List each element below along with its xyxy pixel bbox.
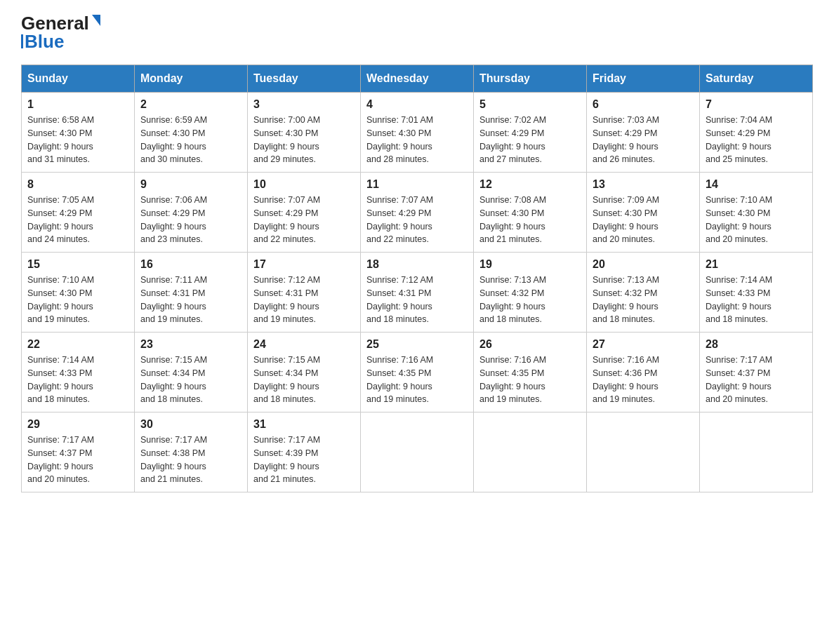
day-number: 14 bbox=[706, 178, 807, 191]
day-info: Sunrise: 7:02 AM Sunset: 4:29 PM Dayligh… bbox=[479, 114, 581, 166]
calendar-cell: 12 Sunrise: 7:08 AM Sunset: 4:30 PM Dayl… bbox=[474, 173, 587, 253]
day-number: 3 bbox=[253, 98, 355, 111]
day-info: Sunrise: 7:14 AM Sunset: 4:33 PM Dayligh… bbox=[706, 274, 807, 326]
day-info: Sunrise: 7:06 AM Sunset: 4:29 PM Dayligh… bbox=[140, 194, 241, 246]
calendar-cell: 4 Sunrise: 7:01 AM Sunset: 4:30 PM Dayli… bbox=[361, 93, 474, 173]
calendar-cell bbox=[700, 412, 813, 492]
day-number: 20 bbox=[593, 258, 694, 271]
calendar-cell: 25 Sunrise: 7:16 AM Sunset: 4:35 PM Dayl… bbox=[361, 333, 474, 412]
calendar-cell: 13 Sunrise: 7:09 AM Sunset: 4:30 PM Dayl… bbox=[587, 173, 700, 253]
calendar-cell: 1 Sunrise: 6:58 AM Sunset: 4:30 PM Dayli… bbox=[22, 93, 135, 173]
day-number: 21 bbox=[706, 258, 807, 271]
calendar-cell: 31 Sunrise: 7:17 AM Sunset: 4:39 PM Dayl… bbox=[248, 412, 361, 492]
day-number: 16 bbox=[140, 258, 241, 271]
day-info: Sunrise: 7:17 AM Sunset: 4:37 PM Dayligh… bbox=[706, 354, 807, 406]
day-info: Sunrise: 7:17 AM Sunset: 4:38 PM Dayligh… bbox=[140, 434, 241, 486]
calendar-cell: 5 Sunrise: 7:02 AM Sunset: 4:29 PM Dayli… bbox=[474, 93, 587, 173]
calendar-cell: 23 Sunrise: 7:15 AM Sunset: 4:34 PM Dayl… bbox=[135, 333, 248, 412]
day-number: 30 bbox=[140, 418, 241, 431]
day-info: Sunrise: 7:16 AM Sunset: 4:35 PM Dayligh… bbox=[479, 354, 581, 406]
day-number: 12 bbox=[479, 178, 581, 191]
day-number: 19 bbox=[479, 258, 581, 271]
day-number: 6 bbox=[593, 98, 694, 111]
day-info: Sunrise: 7:15 AM Sunset: 4:34 PM Dayligh… bbox=[140, 354, 241, 406]
day-number: 2 bbox=[140, 98, 241, 111]
day-number: 9 bbox=[140, 178, 241, 191]
calendar-cell: 14 Sunrise: 7:10 AM Sunset: 4:30 PM Dayl… bbox=[700, 173, 813, 253]
day-info: Sunrise: 7:03 AM Sunset: 4:29 PM Dayligh… bbox=[593, 114, 694, 166]
calendar-table: SundayMondayTuesdayWednesdayThursdayFrid… bbox=[21, 65, 813, 492]
calendar-cell: 7 Sunrise: 7:04 AM Sunset: 4:29 PM Dayli… bbox=[700, 93, 813, 173]
calendar-cell: 29 Sunrise: 7:17 AM Sunset: 4:37 PM Dayl… bbox=[22, 412, 135, 492]
day-info: Sunrise: 7:07 AM Sunset: 4:29 PM Dayligh… bbox=[253, 194, 355, 246]
day-number: 26 bbox=[479, 338, 581, 351]
calendar-cell: 30 Sunrise: 7:17 AM Sunset: 4:38 PM Dayl… bbox=[135, 412, 248, 492]
day-number: 8 bbox=[27, 178, 128, 191]
day-info: Sunrise: 7:08 AM Sunset: 4:30 PM Dayligh… bbox=[479, 194, 581, 246]
page-header: General Blue bbox=[21, 14, 813, 51]
col-header-thursday: Thursday bbox=[474, 65, 587, 93]
day-info: Sunrise: 7:01 AM Sunset: 4:30 PM Dayligh… bbox=[366, 114, 468, 166]
calendar-cell: 17 Sunrise: 7:12 AM Sunset: 4:31 PM Dayl… bbox=[248, 253, 361, 333]
day-info: Sunrise: 7:07 AM Sunset: 4:29 PM Dayligh… bbox=[366, 194, 468, 246]
day-info: Sunrise: 7:12 AM Sunset: 4:31 PM Dayligh… bbox=[366, 274, 468, 326]
day-number: 27 bbox=[593, 338, 694, 351]
calendar-cell bbox=[361, 412, 474, 492]
day-number: 28 bbox=[706, 338, 807, 351]
calendar-cell: 27 Sunrise: 7:16 AM Sunset: 4:36 PM Dayl… bbox=[587, 333, 700, 412]
day-number: 11 bbox=[366, 178, 468, 191]
day-number: 18 bbox=[366, 258, 468, 271]
day-number: 29 bbox=[27, 418, 128, 431]
week-row-2: 8 Sunrise: 7:05 AM Sunset: 4:29 PM Dayli… bbox=[22, 173, 813, 253]
week-row-4: 22 Sunrise: 7:14 AM Sunset: 4:33 PM Dayl… bbox=[22, 333, 813, 412]
week-row-5: 29 Sunrise: 7:17 AM Sunset: 4:37 PM Dayl… bbox=[22, 412, 813, 492]
day-number: 10 bbox=[253, 178, 355, 191]
col-header-wednesday: Wednesday bbox=[361, 65, 474, 93]
day-info: Sunrise: 7:16 AM Sunset: 4:36 PM Dayligh… bbox=[593, 354, 694, 406]
day-number: 13 bbox=[593, 178, 694, 191]
logo-blue: Blue bbox=[25, 32, 64, 51]
day-info: Sunrise: 7:15 AM Sunset: 4:34 PM Dayligh… bbox=[253, 354, 355, 406]
day-number: 24 bbox=[253, 338, 355, 351]
day-number: 15 bbox=[27, 258, 128, 271]
day-number: 23 bbox=[140, 338, 241, 351]
calendar-cell bbox=[474, 412, 587, 492]
day-info: Sunrise: 7:17 AM Sunset: 4:37 PM Dayligh… bbox=[27, 434, 128, 486]
col-header-monday: Monday bbox=[135, 65, 248, 93]
col-header-saturday: Saturday bbox=[700, 65, 813, 93]
day-number: 7 bbox=[706, 98, 807, 111]
calendar-cell: 11 Sunrise: 7:07 AM Sunset: 4:29 PM Dayl… bbox=[361, 173, 474, 253]
day-info: Sunrise: 7:17 AM Sunset: 4:39 PM Dayligh… bbox=[253, 434, 355, 486]
day-info: Sunrise: 7:14 AM Sunset: 4:33 PM Dayligh… bbox=[27, 354, 128, 406]
week-row-1: 1 Sunrise: 6:58 AM Sunset: 4:30 PM Dayli… bbox=[22, 93, 813, 173]
day-number: 5 bbox=[479, 98, 581, 111]
col-header-tuesday: Tuesday bbox=[248, 65, 361, 93]
day-info: Sunrise: 7:13 AM Sunset: 4:32 PM Dayligh… bbox=[479, 274, 581, 326]
calendar-cell: 26 Sunrise: 7:16 AM Sunset: 4:35 PM Dayl… bbox=[474, 333, 587, 412]
calendar-cell: 15 Sunrise: 7:10 AM Sunset: 4:30 PM Dayl… bbox=[22, 253, 135, 333]
day-info: Sunrise: 7:10 AM Sunset: 4:30 PM Dayligh… bbox=[27, 274, 128, 326]
calendar-cell: 6 Sunrise: 7:03 AM Sunset: 4:29 PM Dayli… bbox=[587, 93, 700, 173]
day-info: Sunrise: 7:13 AM Sunset: 4:32 PM Dayligh… bbox=[593, 274, 694, 326]
day-info: Sunrise: 7:16 AM Sunset: 4:35 PM Dayligh… bbox=[366, 354, 468, 406]
logo: General Blue bbox=[21, 14, 100, 51]
calendar-cell: 21 Sunrise: 7:14 AM Sunset: 4:33 PM Dayl… bbox=[700, 253, 813, 333]
calendar-header-row: SundayMondayTuesdayWednesdayThursdayFrid… bbox=[22, 65, 813, 93]
calendar-cell: 9 Sunrise: 7:06 AM Sunset: 4:29 PM Dayli… bbox=[135, 173, 248, 253]
day-info: Sunrise: 7:04 AM Sunset: 4:29 PM Dayligh… bbox=[706, 114, 807, 166]
calendar-cell: 2 Sunrise: 6:59 AM Sunset: 4:30 PM Dayli… bbox=[135, 93, 248, 173]
day-number: 31 bbox=[253, 418, 355, 431]
col-header-friday: Friday bbox=[587, 65, 700, 93]
calendar-cell: 24 Sunrise: 7:15 AM Sunset: 4:34 PM Dayl… bbox=[248, 333, 361, 412]
calendar-cell: 19 Sunrise: 7:13 AM Sunset: 4:32 PM Dayl… bbox=[474, 253, 587, 333]
day-number: 4 bbox=[366, 98, 468, 111]
day-number: 22 bbox=[27, 338, 128, 351]
calendar-cell: 18 Sunrise: 7:12 AM Sunset: 4:31 PM Dayl… bbox=[361, 253, 474, 333]
day-info: Sunrise: 7:09 AM Sunset: 4:30 PM Dayligh… bbox=[593, 194, 694, 246]
calendar-cell: 28 Sunrise: 7:17 AM Sunset: 4:37 PM Dayl… bbox=[700, 333, 813, 412]
col-header-sunday: Sunday bbox=[22, 65, 135, 93]
day-info: Sunrise: 7:11 AM Sunset: 4:31 PM Dayligh… bbox=[140, 274, 241, 326]
day-info: Sunrise: 7:10 AM Sunset: 4:30 PM Dayligh… bbox=[706, 194, 807, 246]
day-info: Sunrise: 7:00 AM Sunset: 4:30 PM Dayligh… bbox=[253, 114, 355, 166]
day-info: Sunrise: 6:59 AM Sunset: 4:30 PM Dayligh… bbox=[140, 114, 241, 166]
